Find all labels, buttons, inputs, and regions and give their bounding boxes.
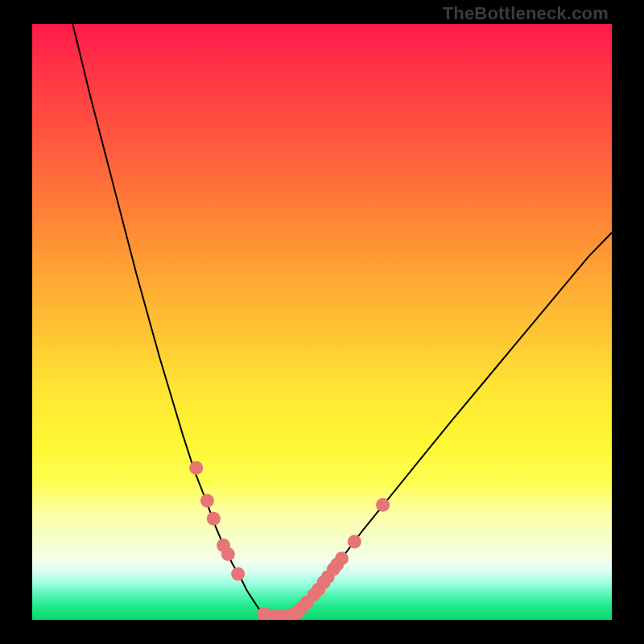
data-marker — [207, 512, 221, 526]
data-marker — [221, 547, 235, 561]
marker-group — [189, 461, 390, 620]
chart-container: TheBottleneck.com — [0, 0, 644, 644]
data-marker — [231, 568, 245, 581]
data-marker — [200, 494, 214, 508]
data-marker — [335, 551, 349, 565]
chart-svg — [32, 24, 612, 620]
data-marker — [348, 535, 361, 549]
plot-area — [32, 24, 612, 620]
bottleneck-curve — [72, 24, 612, 617]
curve-group — [72, 24, 612, 617]
watermark-text: TheBottleneck.com — [443, 3, 609, 24]
data-marker — [376, 498, 390, 512]
data-marker — [189, 461, 203, 475]
